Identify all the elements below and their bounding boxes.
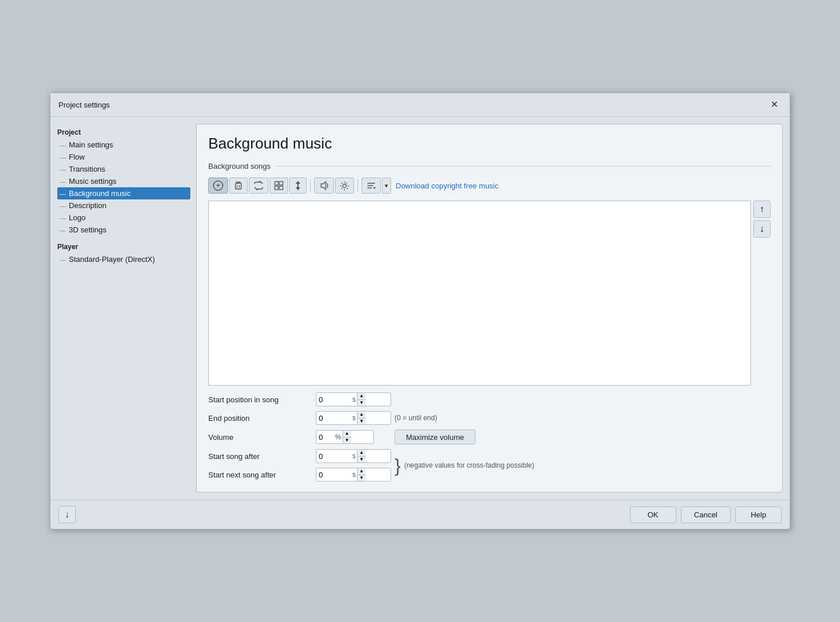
svg-rect-8 xyxy=(275,182,278,185)
move-down-button[interactable]: ↓ xyxy=(753,220,771,238)
settings-icon xyxy=(340,181,349,191)
sidebar-item-standard-player[interactable]: Standard-Player (DirectX) xyxy=(57,253,190,265)
list-nav-buttons: ↑ ↓ xyxy=(753,201,771,386)
start-next-spinbox[interactable]: 0 s ▲ ▼ xyxy=(316,468,391,482)
start-pos-arrows: ▲ ▼ xyxy=(357,393,366,406)
svg-text:+: + xyxy=(216,181,220,190)
brace-symbol: } xyxy=(395,456,401,475)
sidebar-item-3d-settings[interactable]: 3D settings xyxy=(57,224,190,236)
end-pos-arrows: ▲ ▼ xyxy=(357,412,366,424)
start-next-arrows: ▲ ▼ xyxy=(357,468,366,481)
start-after-input[interactable]: 0 xyxy=(316,451,351,462)
ok-button[interactable]: OK xyxy=(630,506,676,523)
start-next-unit: s xyxy=(351,471,357,479)
start-pos-input[interactable]: 0 xyxy=(316,394,351,405)
volume-label: Volume xyxy=(208,433,312,442)
volume-down-arrow[interactable]: ▼ xyxy=(343,437,351,444)
svg-rect-10 xyxy=(275,186,278,190)
settings-button[interactable] xyxy=(335,177,354,194)
end-pos-down-arrow[interactable]: ▼ xyxy=(358,418,366,425)
start-pos-up-arrow[interactable]: ▲ xyxy=(358,393,366,399)
maximize-volume-button[interactable]: Maximize volume xyxy=(395,430,476,445)
volume-row: 0 % ▲ ▼ xyxy=(316,430,391,444)
end-pos-hint: (0 = until end) xyxy=(395,414,771,422)
footer-action-buttons: OK Cancel Help xyxy=(630,506,782,523)
start-after-label: Start song after xyxy=(208,452,312,461)
svg-rect-2 xyxy=(235,183,241,189)
download-link[interactable]: Download copyright free music xyxy=(396,182,499,190)
page-title: Background music xyxy=(208,135,771,153)
move-up-button[interactable]: ↑ xyxy=(753,201,771,218)
playlist-button[interactable] xyxy=(362,177,381,194)
volume-spinbox[interactable]: 0 % ▲ ▼ xyxy=(316,430,374,444)
song-list[interactable] xyxy=(208,201,751,386)
dropdown-arrow-icon: ▾ xyxy=(385,182,388,190)
start-after-down-arrow[interactable]: ▼ xyxy=(358,456,366,463)
project-settings-dialog: Project settings ✕ Project Main settings… xyxy=(50,92,790,530)
cancel-button[interactable]: Cancel xyxy=(681,506,731,523)
help-button[interactable]: Help xyxy=(735,506,782,523)
svg-rect-9 xyxy=(279,182,283,185)
sidebar-item-logo[interactable]: Logo xyxy=(57,212,190,224)
volume-icon xyxy=(319,181,329,190)
dialog-footer: ↓ OK Cancel Help xyxy=(50,499,790,529)
section-divider xyxy=(275,166,771,166)
sidebar-item-background-music[interactable]: Background music xyxy=(57,187,190,199)
move-button[interactable] xyxy=(289,177,307,194)
add-music-icon: + xyxy=(213,180,223,191)
sidebar-item-main-settings[interactable]: Main settings xyxy=(57,139,190,151)
svg-marker-20 xyxy=(374,187,376,189)
sidebar-item-flow[interactable]: Flow xyxy=(57,151,190,163)
background-songs-label: Background songs xyxy=(208,162,271,171)
volume-arrows: ▲ ▼ xyxy=(342,431,351,443)
start-pos-unit: s xyxy=(351,395,357,403)
form-fields: Start position in song 0 s ▲ ▼ End posit… xyxy=(208,393,771,482)
svg-rect-11 xyxy=(279,186,283,190)
toolbar: + xyxy=(208,177,771,194)
volume-input[interactable]: 0 xyxy=(316,432,334,443)
end-pos-input[interactable]: 0 xyxy=(316,413,351,424)
delete-icon xyxy=(234,181,243,190)
grid-button[interactable] xyxy=(270,177,288,194)
player-section-label: Player xyxy=(57,243,190,251)
end-pos-spinbox[interactable]: 0 s ▲ ▼ xyxy=(316,411,391,425)
delete-button[interactable] xyxy=(229,177,248,194)
title-bar: Project settings ✕ xyxy=(50,93,790,117)
end-pos-unit: s xyxy=(351,414,357,422)
brace-hint-container: } (negative values for cross-fading poss… xyxy=(395,456,771,475)
grid-icon xyxy=(274,181,283,190)
playlist-icon xyxy=(366,182,376,190)
start-next-input[interactable]: 0 xyxy=(316,469,351,480)
sidebar: Project Main settings Flow Transitions M… xyxy=(57,124,190,493)
section-header: Background songs xyxy=(208,162,771,171)
svg-point-16 xyxy=(343,184,347,187)
start-next-down-arrow[interactable]: ▼ xyxy=(358,475,366,482)
dialog-body: Project Main settings Flow Transitions M… xyxy=(50,117,790,499)
start-after-spinbox[interactable]: 0 s ▲ ▼ xyxy=(316,449,391,463)
project-section-label: Project xyxy=(57,128,190,136)
svg-marker-15 xyxy=(321,182,326,190)
close-button[interactable]: ✕ xyxy=(767,99,782,110)
end-pos-up-arrow[interactable]: ▲ xyxy=(358,412,366,418)
start-pos-spinbox[interactable]: 0 s ▲ ▼ xyxy=(316,393,391,406)
start-after-arrows: ▲ ▼ xyxy=(357,450,366,462)
footer-down-button[interactable]: ↓ xyxy=(58,506,76,523)
toolbar-sep-2 xyxy=(358,179,358,192)
start-pos-down-arrow[interactable]: ▼ xyxy=(358,399,366,406)
start-after-up-arrow[interactable]: ▲ xyxy=(358,450,366,456)
loop-button[interactable] xyxy=(249,177,268,194)
sidebar-item-music-settings[interactable]: Music settings xyxy=(57,175,190,187)
sidebar-item-transitions[interactable]: Transitions xyxy=(57,163,190,175)
sidebar-item-description[interactable]: Description xyxy=(57,199,190,212)
start-pos-label: Start position in song xyxy=(208,395,312,404)
svg-rect-14 xyxy=(297,183,299,188)
volume-up-arrow[interactable]: ▲ xyxy=(343,431,351,437)
song-list-container: ↑ ↓ xyxy=(208,201,771,386)
playlist-dropdown-button[interactable]: ▾ xyxy=(382,177,391,194)
start-next-up-arrow[interactable]: ▲ xyxy=(358,468,366,475)
dialog-title: Project settings xyxy=(58,101,110,109)
cross-fade-hint: (negative values for cross-fading possib… xyxy=(404,461,535,469)
move-icon xyxy=(294,180,302,191)
volume-button[interactable] xyxy=(314,177,334,194)
add-music-button[interactable]: + xyxy=(208,177,228,194)
